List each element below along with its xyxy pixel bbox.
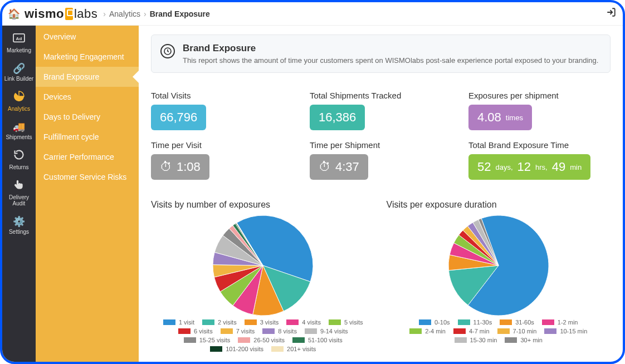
legend-label: 15-30 min [470,337,497,343]
legend-entry: 7 visits [221,328,255,335]
hand-pointer-icon [2,179,36,193]
legend-label: 7-10 min [513,328,537,335]
legend-swatch [455,337,467,343]
legend-entry: 8 visits [262,328,297,335]
rail-item-marketing[interactable]: Ad Marketing [2,29,36,58]
rail-item-analytics[interactable]: Analytics [2,86,36,116]
pie-chart [448,215,549,316]
legend-entry: 1-2 min [542,319,578,326]
home-icon[interactable]: 🏠 [8,8,20,20]
charts-row: Visits by number of exposures 1 visit2 v… [151,200,611,352]
chevron-right-icon: › [144,9,147,18]
legend-entry: 101-200 visits [210,346,263,352]
rail-item-link-builder[interactable]: 🔗 Link Builder [2,58,36,86]
metrics-grid: Total Visits 66,796 Total Shipments Trac… [151,91,611,180]
rail-item-returns[interactable]: Returns [2,145,36,175]
legend-label: 9-14 visits [320,328,348,335]
legend-label: 8 visits [278,328,297,335]
legend-swatch [262,328,275,334]
legend-swatch [210,346,222,352]
subnav-item-marketing-engagement[interactable]: Marketing Engagement [36,47,139,67]
subnav-item-overview[interactable]: Overview [36,27,139,47]
legend-swatch [497,328,510,334]
legend-label: 51-100 visits [308,337,343,343]
undo-icon [2,149,36,163]
legend-label: 15-25 visits [199,337,231,343]
legend-label: 10-15 min [560,328,587,335]
topbar: 🏠 wismolabs › Analytics › Brand Exposure [2,2,623,26]
legend-swatch [409,328,422,334]
pie-chart [213,215,313,316]
subnav-item-days-to-delivery[interactable]: Days to Delivery [36,107,139,127]
legend-entry: 4-7 min [453,328,490,335]
breadcrumb-area[interactable]: Analytics [109,9,140,18]
legend-label: 2 visits [218,319,237,326]
link-icon: 🔗 [2,62,36,75]
legend-label: 201+ visits [287,346,316,352]
subnav-item-brand-exposure[interactable]: Brand Exposure [36,67,139,87]
legend-swatch [329,319,341,325]
legend-entry: 15-30 min [455,337,497,343]
svg-text:Ad: Ad [16,36,22,41]
primary-nav-rail: Ad Marketing 🔗 Link Builder Analytics 🚚 … [2,26,36,362]
legend-swatch [453,328,466,334]
legend-swatch [292,337,305,343]
legend-entry: 15-25 visits [184,337,231,343]
legend-label: 0-10s [434,319,450,326]
legend-entry: 11-30s [458,319,492,326]
metric-exposures-per-shipment: Exposures per shipment 4.08 times [468,91,611,130]
legend-entry: 7-10 min [497,328,537,335]
sub-nav: OverviewMarketing EngagementBrand Exposu… [36,26,139,362]
metric-value: ⏱1:08 [151,154,209,180]
gears-icon: ⚙️ [2,215,36,228]
legend-label: 30+ min [520,337,542,343]
legend-entry: 6 visits [178,328,213,335]
brand-logo[interactable]: wismolabs [25,7,97,21]
legend-label: 1-2 min [558,319,578,326]
legend-label: 31-60s [515,319,534,326]
chart-visits-by-exposures: Visits by number of exposures 1 visit2 v… [151,200,375,352]
legend-entry: 4 visits [286,319,321,326]
legend-label: 2-4 min [425,328,446,335]
rail-item-shipments[interactable]: 🚚 Shipments [2,116,36,145]
legend-label: 11-30s [473,319,492,326]
legend-entry: 26-50 visits [238,337,285,343]
metric-time-per-visit: Time per Visit ⏱1:08 [151,140,293,180]
legend-entry: 201+ visits [271,346,316,352]
metric-total-visits: Total Visits 66,796 [151,91,293,130]
subnav-item-fulfillment-cycle[interactable]: Fulfillment cycle [36,127,139,147]
subnav-item-customer-service-risks[interactable]: Customer Service Risks [36,167,139,187]
banner-title: Brand Exposure [183,43,598,54]
legend-swatch [505,337,517,343]
legend-entry: 9-14 visits [305,328,348,335]
legend-entry: 2-4 min [409,328,446,335]
legend-swatch [542,319,554,325]
legend-label: 7 visits [236,328,255,335]
main-content: Brand Exposure This report shows the amo… [139,26,623,362]
sign-out-icon[interactable] [606,7,616,20]
legend-entry: 10-15 min [544,328,587,335]
subnav-item-devices[interactable]: Devices [36,87,139,107]
legend-entry: 30+ min [505,337,542,343]
legend-swatch [271,346,284,352]
rail-item-settings[interactable]: ⚙️ Settings [2,211,36,239]
subnav-item-carrier-performance[interactable]: Carrier Performance [36,147,139,167]
legend-swatch [544,328,556,334]
chart-legend: 0-10s11-30s31-60s1-2 min2-4 min4-7 min7-… [398,319,599,343]
rail-item-delivery-audit[interactable]: Delivery Audit [2,175,36,211]
legend-label: 26-50 visits [253,337,285,343]
metric-total-shipments: Total Shipments Tracked 16,386 [310,91,452,130]
legend-swatch [419,319,431,325]
legend-label: 101-200 visits [226,346,263,352]
legend-label: 4 visits [302,319,321,326]
legend-entry: 3 visits [245,319,279,326]
chart-title: Visits per exposure duration [387,200,611,210]
metric-value: ⏱4:37 [310,154,368,180]
legend-swatch [178,328,191,334]
breadcrumb: › Analytics › Brand Exposure [103,9,210,18]
legend-label: 4-7 min [469,328,490,335]
legend-swatch [500,319,512,325]
legend-label: 5 visits [344,319,363,326]
stopwatch-icon: ⏱ [319,160,331,174]
ad-icon: Ad [2,33,36,46]
